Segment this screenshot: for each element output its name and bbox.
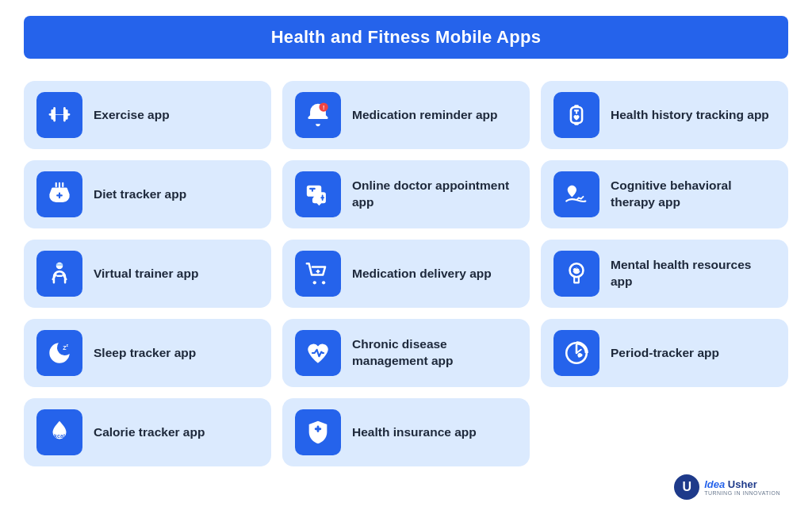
logo-area: U Idea Usher TURNING IN INNOVATION <box>24 474 788 500</box>
svg-rect-4 <box>574 123 579 125</box>
period-icon <box>553 330 599 376</box>
card-exercise-app: Exercise app <box>24 81 271 149</box>
cart-medical-icon <box>295 251 341 297</box>
svg-rect-7 <box>56 263 63 266</box>
card-calorie-tracker-app: kcal Calorie tracker app <box>24 398 271 466</box>
moon-z-icon: Z z <box>36 330 82 376</box>
medication-reminder-app-label: Medication reminder app <box>352 107 497 124</box>
svg-text:kcal: kcal <box>54 433 65 439</box>
logo-icon: U <box>674 474 699 500</box>
page-title: Health and Fitness Mobile Apps <box>48 27 764 48</box>
header-bar: Health and Fitness Mobile Apps <box>24 16 788 59</box>
card-health-history-tracking-app: Health history tracking app <box>541 81 788 149</box>
health-insurance-app-label: Health insurance app <box>352 424 477 441</box>
sleep-tracker-app-label: Sleep tracker app <box>94 345 196 362</box>
medication-delivery-app-label: Medication delivery app <box>352 266 492 282</box>
logo-tagline: TURNING IN INNOVATION <box>704 490 780 496</box>
svg-rect-3 <box>574 105 579 107</box>
card-cognitive-behavioral-therapy-app: Cognitive behavioral therapy app <box>541 160 788 228</box>
health-history-tracking-app-label: Health history tracking app <box>611 107 769 124</box>
logo: U Idea Usher TURNING IN INNOVATION <box>674 474 780 500</box>
card-virtual-trainer-app: Virtual trainer app <box>24 240 271 308</box>
heart-hand-icon <box>553 171 599 217</box>
svg-text:z: z <box>67 343 69 347</box>
cognitive-behavioral-therapy-app-label: Cognitive behavioral therapy app <box>611 178 776 211</box>
head-heart-icon <box>553 251 599 297</box>
virtual-trainer-app-label: Virtual trainer app <box>94 266 198 282</box>
dumbbell-icon <box>36 92 82 138</box>
svg-rect-2 <box>571 107 582 123</box>
diet-tracker-app-label: Diet tracker app <box>94 186 186 203</box>
app-grid: Exercise app ! Medication reminder app H… <box>24 81 788 466</box>
card-medication-delivery-app: Medication delivery app <box>282 240 530 308</box>
doctor-chat-icon <box>295 171 341 217</box>
card-period-tracker-app: Period-tracker app <box>541 319 788 387</box>
mental-health-resources-app-label: Mental health resources app <box>611 257 776 290</box>
svg-point-9 <box>322 281 325 284</box>
card-medication-reminder-app: ! Medication reminder app <box>282 81 530 149</box>
calorie-icon: kcal <box>36 409 82 455</box>
card-diet-tracker-app: Diet tracker app <box>24 160 271 228</box>
card-chronic-disease-management-app: Chronic disease management app <box>282 319 530 387</box>
diet-icon <box>36 171 82 217</box>
card-mental-health-resources-app: Mental health resources app <box>541 240 788 308</box>
svg-text:!: ! <box>323 105 324 111</box>
bell-icon: ! <box>295 92 341 138</box>
heart-pulse-icon <box>295 330 341 376</box>
card-online-doctor-appointment-app: Online doctor appointment app <box>282 160 530 228</box>
shield-cross-icon <box>295 409 341 455</box>
chronic-disease-management-app-label: Chronic disease management app <box>352 336 517 370</box>
online-doctor-appointment-app-label: Online doctor appointment app <box>352 178 517 211</box>
trainer-icon <box>36 251 82 297</box>
calorie-tracker-app-label: Calorie tracker app <box>94 424 205 441</box>
logo-text: Idea Usher TURNING IN INNOVATION <box>704 478 780 497</box>
exercise-app-label: Exercise app <box>94 107 170 124</box>
svg-point-8 <box>313 281 316 284</box>
watch-heart-icon <box>553 92 599 138</box>
svg-point-6 <box>56 263 63 270</box>
card-sleep-tracker-app: Z z Sleep tracker app <box>24 319 271 387</box>
period-tracker-app-label: Period-tracker app <box>611 345 719 362</box>
card-health-insurance-app: Health insurance app <box>282 398 530 466</box>
